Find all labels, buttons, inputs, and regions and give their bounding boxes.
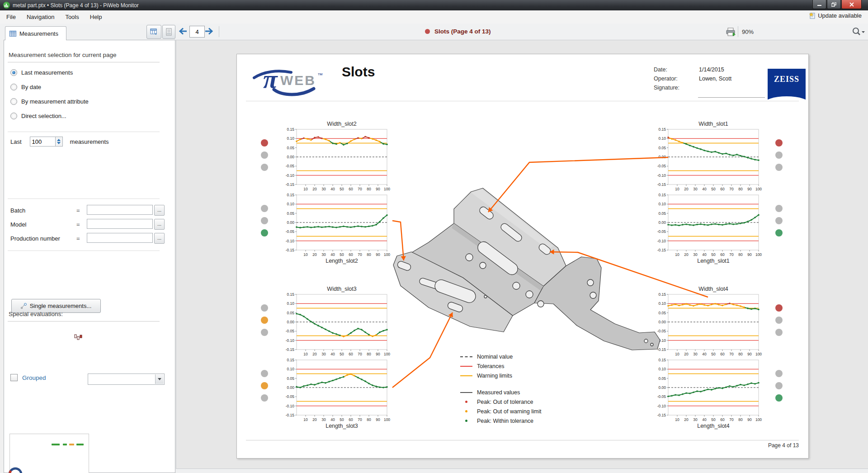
svg-text:70: 70 <box>729 187 734 191</box>
radio-icon[interactable] <box>10 69 17 76</box>
piweb-app-icon <box>3 2 10 9</box>
page-number-input[interactable] <box>189 26 205 38</box>
svg-text:80: 80 <box>738 252 743 257</box>
svg-text:70: 70 <box>729 352 734 356</box>
next-page-button[interactable] <box>205 27 215 37</box>
status-indicator-gray <box>261 370 268 377</box>
clipped-text-fragment <box>52 444 60 445</box>
status-dot-icon <box>425 29 430 34</box>
radio-direct-selection[interactable]: Direct selection... <box>10 113 66 119</box>
menu-file[interactable]: File <box>2 12 20 22</box>
svg-text:-0.10: -0.10 <box>286 173 295 178</box>
radio-icon[interactable] <box>10 98 17 105</box>
batch-browse-button[interactable]: ... <box>154 205 165 216</box>
svg-text:100: 100 <box>384 252 390 257</box>
svg-text:60: 60 <box>349 352 353 356</box>
current-page-status: Slots (Page 4 of 13) <box>425 28 491 35</box>
legend-item: Tolerances <box>460 361 541 371</box>
report-view-button[interactable] <box>162 25 175 39</box>
filter-production-number-label: Production number <box>10 235 60 242</box>
svg-text:-0.10: -0.10 <box>657 338 666 343</box>
zoom-menu-button[interactable] <box>852 27 865 38</box>
radio-by-measurement-attribute[interactable]: By measurement attribute <box>10 98 89 105</box>
svg-text:80: 80 <box>367 352 371 356</box>
svg-text:-0.10: -0.10 <box>286 404 295 408</box>
svg-text:90: 90 <box>747 187 752 191</box>
svg-text:70: 70 <box>729 252 734 257</box>
svg-text:20: 20 <box>312 417 317 422</box>
svg-text:-0.10: -0.10 <box>286 239 295 243</box>
svg-text:100: 100 <box>384 187 390 191</box>
svg-text:90: 90 <box>376 187 380 191</box>
legend-item: Peak: Out of tolerance <box>460 397 541 407</box>
svg-text:40: 40 <box>330 417 335 422</box>
menu-navigation[interactable]: Navigation <box>22 12 59 22</box>
svg-text:-0.15: -0.15 <box>657 413 666 417</box>
print-button[interactable] <box>726 28 736 38</box>
status-indicator-red <box>775 304 783 312</box>
svg-text:-0.10: -0.10 <box>286 338 295 343</box>
chart-title: Length_slot3 <box>297 423 387 429</box>
chart-title: Width_slot4 <box>668 286 759 292</box>
update-available-icon <box>809 12 816 19</box>
status-indicator-gray <box>775 151 783 159</box>
svg-text:-0.05: -0.05 <box>286 229 295 234</box>
last-count-input[interactable] <box>30 137 56 147</box>
svg-text:0.00: 0.00 <box>658 155 666 159</box>
svg-text:0.15: 0.15 <box>287 359 294 362</box>
minimize-button[interactable] <box>812 0 826 9</box>
svg-text:70: 70 <box>358 417 362 422</box>
radio-last-measurements[interactable]: Last measurements <box>10 69 73 76</box>
svg-text:0.05: 0.05 <box>658 376 666 381</box>
svg-text:30: 30 <box>693 417 698 422</box>
legend-red-line-icon <box>460 366 472 367</box>
svg-text:40: 40 <box>330 252 335 257</box>
svg-text:0.00: 0.00 <box>658 385 666 390</box>
piweb-corner-badge-icon <box>7 465 24 473</box>
toggle-measurement-panel-button[interactable] <box>146 25 161 39</box>
select-dropdown-button[interactable] <box>155 374 164 384</box>
svg-text:10: 10 <box>303 187 308 191</box>
production-number-input[interactable] <box>87 233 153 243</box>
production-number-browse-button[interactable]: ... <box>154 233 165 244</box>
svg-text:-0.05: -0.05 <box>657 164 666 168</box>
chart-legend: Nominal valueTolerancesWarning limitsMea… <box>460 352 541 426</box>
model-browse-button[interactable]: ... <box>154 219 165 230</box>
maximize-button[interactable] <box>827 0 841 9</box>
batch-input[interactable] <box>87 205 153 215</box>
svg-text:-0.05: -0.05 <box>657 394 666 399</box>
menu-help[interactable]: Help <box>85 12 107 22</box>
svg-text:-0.15: -0.15 <box>657 182 666 187</box>
svg-text:10: 10 <box>675 252 679 257</box>
svg-text:100: 100 <box>755 352 762 356</box>
svg-text:-0.05: -0.05 <box>286 394 295 399</box>
status-indicator-red <box>775 139 783 147</box>
update-available-button[interactable]: Update available <box>809 12 862 19</box>
svg-text:40: 40 <box>330 187 335 191</box>
measurement-chart-length_slot4: 0.150.100.050.00-0.05-0.10-0.15102030405… <box>656 359 764 424</box>
svg-text:60: 60 <box>349 252 353 257</box>
model-input[interactable] <box>87 219 153 229</box>
grouped-checkbox[interactable] <box>10 374 18 381</box>
svg-text:0.00: 0.00 <box>658 220 666 225</box>
grouped-evaluation-select[interactable] <box>88 374 165 385</box>
radio-icon[interactable] <box>10 113 17 119</box>
grouped-label[interactable]: Grouped <box>22 374 46 381</box>
radio-icon[interactable] <box>10 84 17 90</box>
menu-tools[interactable]: Tools <box>61 12 83 22</box>
previous-page-button[interactable] <box>177 27 187 37</box>
tab-measurements[interactable]: Measurements <box>5 26 66 40</box>
filter-batch-label: Batch <box>10 207 25 214</box>
status-indicator-gray <box>775 382 783 389</box>
count-spinner[interactable] <box>56 137 63 147</box>
chevron-down-icon <box>158 378 161 380</box>
radio-by-date[interactable]: By date <box>10 84 41 90</box>
svg-text:0.15: 0.15 <box>658 359 666 362</box>
svg-text:50: 50 <box>711 417 716 422</box>
svg-text:50: 50 <box>711 187 716 191</box>
svg-text:40: 40 <box>330 352 335 356</box>
close-button[interactable] <box>841 0 862 9</box>
svg-text:20: 20 <box>684 187 689 191</box>
legend-dashed-line-icon <box>460 356 472 357</box>
chart-title: Length_slot4 <box>668 423 759 429</box>
